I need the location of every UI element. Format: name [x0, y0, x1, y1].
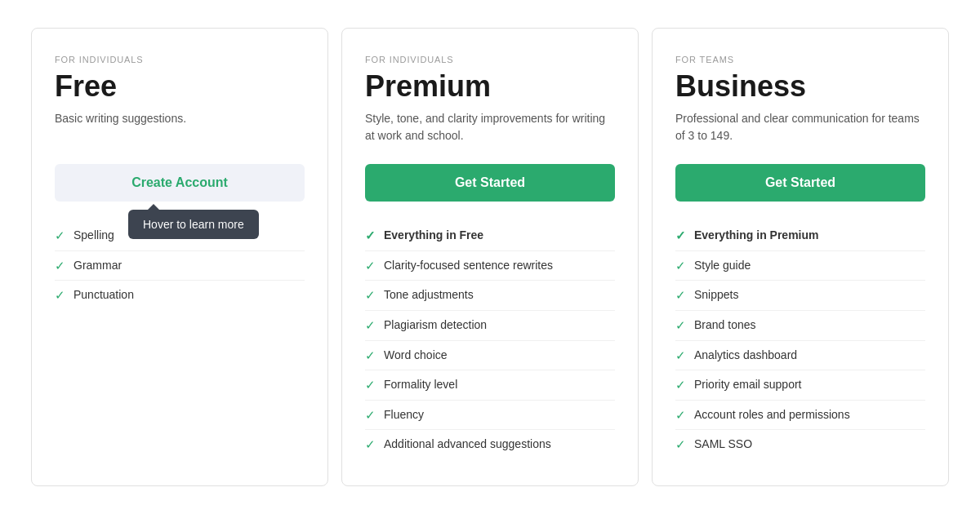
- get-started-button-business[interactable]: Get Started: [675, 164, 925, 202]
- feature-text: Spelling: [74, 228, 114, 244]
- list-item: ✓SAML SSO: [675, 430, 925, 459]
- feature-text: Priority email support: [694, 377, 802, 393]
- list-item: ✓Word choice: [365, 341, 615, 371]
- plan-desc-business: Professional and clear communication for…: [675, 110, 925, 144]
- checkmark-icon: ✓: [675, 259, 686, 273]
- feature-list-business: ✓Everything in Premium✓Style guide✓Snipp…: [675, 221, 925, 459]
- checkmark-icon: ✓: [365, 318, 376, 333]
- plan-name-business: Business: [675, 69, 925, 104]
- checkmark-icon: ✓: [365, 437, 376, 452]
- list-item: ✓Grammar: [55, 251, 305, 281]
- feature-text: Grammar: [74, 258, 122, 274]
- plan-for-label-business: FOR TEAMS: [675, 55, 925, 64]
- checkmark-icon: ✓: [55, 259, 65, 273]
- plan-desc-premium: Style, tone, and clarity improvements fo…: [365, 110, 615, 144]
- list-item: ✓Everything in Free: [365, 221, 615, 251]
- button-wrapper-premium: Get Started: [365, 164, 615, 202]
- feature-list-premium: ✓Everything in Free✓Clarity-focused sent…: [365, 221, 615, 459]
- checkmark-icon: ✓: [675, 378, 686, 392]
- checkmark-icon: ✓: [675, 228, 686, 243]
- feature-text: Account roles and permissions: [694, 407, 850, 423]
- button-wrapper-business: Get Started: [675, 164, 925, 202]
- list-item: ✓Style guide: [675, 251, 925, 281]
- feature-text: Punctuation: [74, 287, 134, 304]
- checkmark-icon: ✓: [675, 348, 686, 363]
- feature-text: Tone adjustments: [384, 287, 474, 304]
- feature-text: Analytics dashboard: [694, 348, 797, 364]
- checkmark-icon: ✓: [365, 259, 376, 273]
- plan-name-free: Free: [55, 69, 305, 104]
- feature-text: Clarity-focused sentence rewrites: [384, 258, 553, 274]
- plan-for-label-premium: FOR INDIVIDUALS: [365, 55, 615, 64]
- list-item: ✓Fluency: [365, 401, 615, 431]
- list-item: ✓Analytics dashboard: [675, 341, 925, 371]
- feature-text: Additional advanced suggestions: [384, 436, 551, 453]
- checkmark-icon: ✓: [365, 288, 376, 303]
- plan-desc-free: Basic writing suggestions.: [55, 110, 305, 144]
- plan-card-free: FOR INDIVIDUALSFreeBasic writing suggest…: [31, 28, 328, 486]
- feature-text: Snippets: [694, 287, 738, 304]
- list-item: ✓Formality level: [365, 370, 615, 401]
- checkmark-icon: ✓: [675, 288, 686, 303]
- list-item: ✓Additional advanced suggestions: [365, 430, 615, 459]
- button-wrapper-free: Create AccountHover to learn more: [55, 164, 305, 202]
- checkmark-icon: ✓: [55, 288, 65, 303]
- feature-text: Plagiarism detection: [384, 317, 487, 334]
- list-item: ✓Everything in Premium: [675, 221, 925, 251]
- checkmark-icon: ✓: [55, 228, 65, 243]
- checkmark-icon: ✓: [365, 348, 376, 363]
- list-item: ✓Plagiarism detection: [365, 311, 615, 341]
- checkmark-icon: ✓: [365, 378, 376, 392]
- feature-text: Everything in Premium: [694, 228, 818, 244]
- list-item: ✓Brand tones: [675, 311, 925, 341]
- list-item: ✓Snippets: [675, 281, 925, 311]
- list-item: ✓Priority email support: [675, 370, 925, 401]
- plan-name-premium: Premium: [365, 69, 615, 104]
- checkmark-icon: ✓: [365, 408, 376, 423]
- checkmark-icon: ✓: [365, 228, 376, 243]
- feature-text: Fluency: [384, 407, 424, 423]
- feature-text: Everything in Free: [384, 228, 483, 244]
- checkmark-icon: ✓: [675, 318, 686, 333]
- feature-text: Style guide: [694, 258, 751, 274]
- checkmark-icon: ✓: [675, 437, 686, 452]
- feature-text: Brand tones: [694, 317, 756, 334]
- plan-card-premium: FOR INDIVIDUALSPremiumStyle, tone, and c…: [341, 28, 639, 486]
- hover-tooltip: Hover to learn more: [128, 210, 259, 239]
- list-item: ✓Punctuation: [55, 281, 305, 310]
- feature-text: Formality level: [384, 377, 457, 393]
- feature-text: SAML SSO: [694, 436, 752, 453]
- feature-text: Word choice: [384, 348, 448, 364]
- list-item: ✓Account roles and permissions: [675, 401, 925, 431]
- get-started-button-premium[interactable]: Get Started: [365, 164, 615, 202]
- checkmark-icon: ✓: [675, 408, 686, 423]
- pricing-container: FOR INDIVIDUALSFreeBasic writing suggest…: [24, 11, 956, 503]
- plan-for-label-free: FOR INDIVIDUALS: [55, 55, 305, 64]
- create-account-button[interactable]: Create Account: [55, 164, 305, 202]
- list-item: ✓Clarity-focused sentence rewrites: [365, 251, 615, 281]
- list-item: ✓Tone adjustments: [365, 281, 615, 311]
- plan-card-business: FOR TEAMSBusinessProfessional and clear …: [652, 28, 949, 486]
